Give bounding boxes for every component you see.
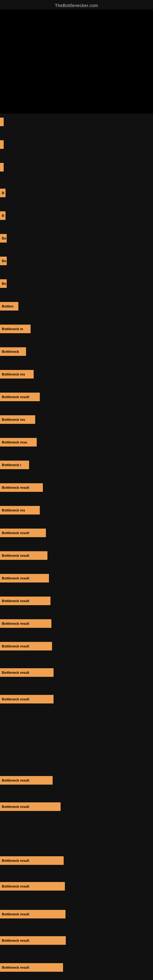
item-row: Bottleneck r — [0, 460, 153, 470]
item-row: Bottleneck result — [0, 694, 153, 705]
item-bar: Bottleneck result — [0, 551, 48, 560]
item-row: Bottleneck result — [0, 482, 153, 493]
item-bar: Bottlen — [0, 302, 18, 310]
item-bar: Bottleneck result — [0, 619, 51, 628]
item-bar: Bottleneck result — [0, 776, 53, 784]
item-row: Bottleneck result — [0, 618, 153, 629]
item-row: Bottleneck res — [0, 505, 153, 515]
item-bar: Bottleneck result — [0, 802, 61, 811]
item-row: Bottleneck res — [0, 369, 153, 379]
item-bar: Bottleneck resu — [0, 438, 37, 447]
item-row: Bottleneck result — [0, 962, 153, 973]
item-bar: Bottleneck re — [0, 325, 30, 333]
item-bar: Bottleneck result — [0, 483, 43, 492]
item-bar — [0, 118, 4, 126]
item-row: Bottleneck result — [0, 775, 153, 786]
item-bar: B — [0, 189, 5, 197]
item-row: Bottleneck result — [0, 667, 153, 678]
item-row: B — [0, 210, 153, 221]
item-row: Bottleneck result — [0, 392, 153, 402]
item-row — [0, 139, 153, 150]
item-bar: Bottleneck result — [0, 695, 54, 703]
item-bar: Bo — [0, 257, 7, 265]
item-row: Bottleneck result — [0, 935, 153, 946]
item-row: Bottleneck res — [0, 414, 153, 425]
item-bar: Bottleneck result — [0, 936, 66, 945]
item-row — [0, 117, 153, 127]
item-row: Bo — [0, 256, 153, 266]
item-row: Bottleneck re — [0, 324, 153, 334]
item-bar: Bottleneck r — [0, 461, 29, 469]
item-bar: Bottleneck result — [0, 668, 54, 677]
item-row: Bo — [0, 278, 153, 289]
item-bar: Bottleneck result — [0, 597, 51, 605]
item-row — [0, 162, 153, 172]
item-row: Bottleneck resu — [0, 437, 153, 447]
item-row: Bottleneck result — [0, 573, 153, 584]
item-bar — [0, 163, 4, 172]
item-bar: Bottleneck — [0, 347, 26, 356]
item-bar: Bottleneck res — [0, 506, 40, 514]
item-bar: Bottleneck result — [0, 528, 46, 537]
item-row: Bottleneck result — [0, 528, 153, 538]
item-row: Bo — [0, 233, 153, 243]
item-row: Bottlen — [0, 301, 153, 312]
item-row: Bottleneck result — [0, 909, 153, 920]
item-row: Bottleneck result — [0, 881, 153, 891]
chart-area — [0, 10, 153, 114]
item-row: Bottleneck result — [0, 641, 153, 651]
item-row: Bottleneck — [0, 346, 153, 357]
item-row: Bottleneck result — [0, 802, 153, 812]
item-bar: Bottleneck result — [0, 882, 65, 891]
item-bar — [0, 140, 4, 149]
item-bar: Bottleneck result — [0, 910, 65, 918]
item-row: Bottleneck result — [0, 550, 153, 561]
items-container: BBBoBoBoBottlenBottleneck reBottleneckBo… — [0, 114, 153, 973]
item-bar: Bottleneck result — [0, 574, 49, 582]
item-bar: Bo — [0, 234, 7, 243]
site-title: TheBottlenecker.com — [0, 0, 153, 10]
item-bar: Bottleneck res — [0, 415, 35, 424]
item-bar: Bottleneck result — [0, 642, 52, 651]
item-row: Bottleneck result — [0, 855, 153, 866]
item-bar: Bo — [0, 279, 7, 288]
item-bar: Bottleneck result — [0, 963, 63, 972]
item-bar: Bottleneck result — [0, 393, 40, 401]
item-bar: B — [0, 211, 5, 220]
item-row: B — [0, 188, 153, 198]
item-bar: Bottleneck res — [0, 370, 33, 379]
item-bar: Bottleneck result — [0, 856, 64, 865]
item-row: Bottleneck result — [0, 596, 153, 606]
